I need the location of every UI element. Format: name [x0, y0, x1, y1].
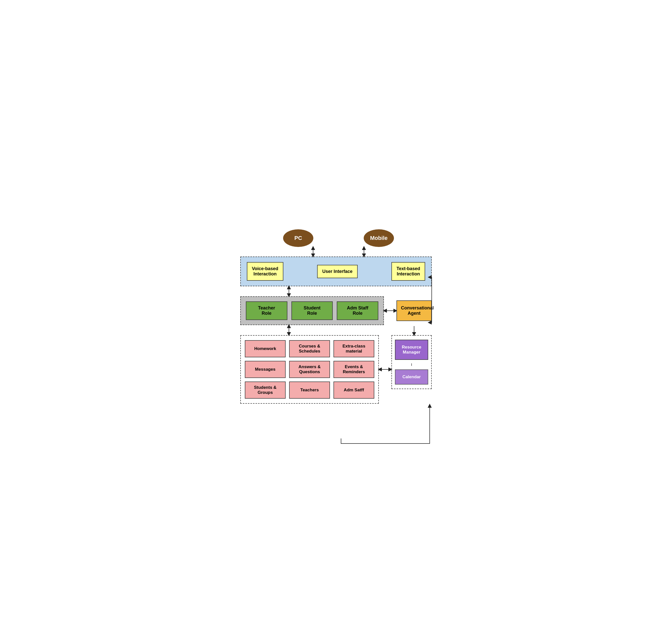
- resource-col: Resource Manager Calendar: [391, 335, 432, 404]
- agent-down-arrow: [397, 325, 432, 335]
- students-groups-label: Students & Groups: [254, 385, 277, 395]
- teachers-label: Teachers: [300, 388, 319, 393]
- roles-agent-arrow: [384, 296, 397, 325]
- student-role-box: Student Role: [291, 301, 333, 320]
- architecture-diagram: PC Mobile: [240, 229, 432, 404]
- lower-section: Homework Courses & Schedules Extra-class…: [240, 335, 432, 404]
- resource-manager-box: Resource Manager: [395, 340, 428, 360]
- mobile-node: Mobile: [364, 229, 394, 247]
- ui-layer: Voice-based Interaction User Interface T…: [240, 257, 432, 286]
- messages-label: Messages: [255, 367, 275, 372]
- adm-staff-label: Adm Satff: [344, 388, 364, 393]
- extra-class-label: Extra-class material: [342, 344, 365, 354]
- teachers-box: Teachers: [289, 381, 330, 399]
- top-arrows: [240, 247, 432, 257]
- voice-interaction-box: Voice-based Interaction: [247, 262, 283, 281]
- homework-box: Homework: [245, 340, 286, 357]
- conv-agent-box: Conversational Agent: [397, 300, 432, 321]
- messages-box: Messages: [245, 361, 286, 378]
- user-interface-box: User Interface: [317, 265, 357, 278]
- events-reminders-box: Events & Reminders: [334, 361, 374, 378]
- answers-questions-box: Answers & Questions: [289, 361, 330, 378]
- resource-outer-box: Resource Manager Calendar: [391, 335, 432, 389]
- text-interaction-box: Text-based Interaction: [391, 262, 425, 281]
- courses-schedules-box: Courses & Schedules: [289, 340, 330, 357]
- courses-schedules-label: Courses & Schedules: [299, 344, 320, 354]
- data-layer: Homework Courses & Schedules Extra-class…: [240, 335, 379, 404]
- answers-questions-label: Answers & Questions: [298, 365, 321, 374]
- mobile-arrow: [364, 247, 364, 257]
- teacher-role-box: Teacher Role: [246, 301, 287, 320]
- text-label: Text-based Interaction: [397, 266, 420, 277]
- ui-label: User Interface: [322, 269, 352, 274]
- roles-section: Teacher Role Student Role Adm Staff Role: [240, 296, 432, 325]
- roles-layer: Teacher Role Student Role Adm Staff Role: [240, 296, 384, 325]
- adm-staff-box: Adm Satff: [334, 381, 374, 399]
- events-resource-arrow: [379, 335, 391, 404]
- top-nodes-row: PC Mobile: [240, 229, 432, 247]
- extra-class-box: Extra-class material: [334, 340, 374, 357]
- resource-calendar-connector: [395, 364, 428, 366]
- mid-section: [240, 325, 432, 335]
- homework-label: Homework: [255, 346, 276, 351]
- events-reminders-label: Events & Reminders: [343, 365, 365, 374]
- calendar-box: Calendar: [395, 369, 428, 384]
- pc-arrow: [313, 247, 313, 257]
- voice-label: Voice-based Interaction: [252, 266, 278, 277]
- conv-agent-col: Conversational Agent: [397, 296, 432, 325]
- adm-staff-role-box: Adm Staff Role: [337, 301, 378, 320]
- students-groups-box: Students & Groups: [245, 381, 286, 399]
- roles-data-arrow: [240, 325, 384, 335]
- pc-node: PC: [283, 229, 313, 247]
- ui-roles-arrow: [240, 286, 432, 296]
